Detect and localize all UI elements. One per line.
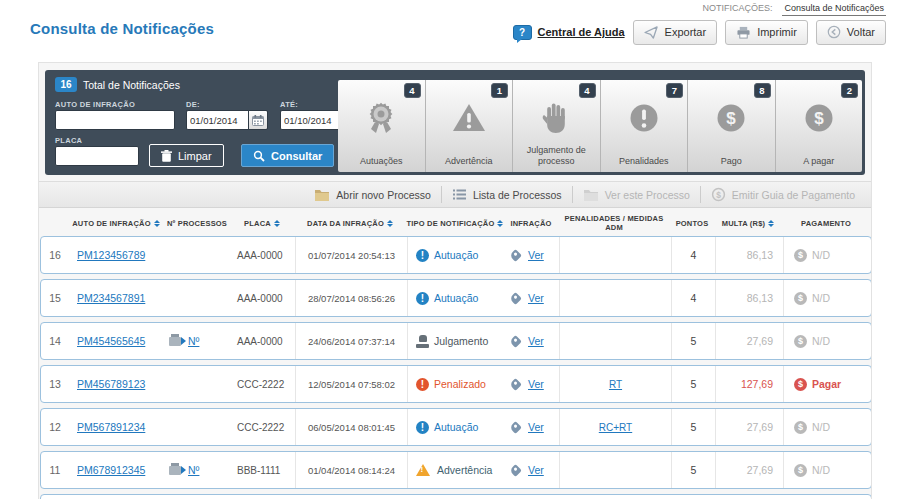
- tipo-status-icon: [416, 464, 430, 476]
- toolbar-item-label: Ver este Processo: [605, 189, 690, 201]
- table-row: 12 PM567891234 CCC-2222 06/05/2014 08:01…: [40, 408, 872, 446]
- total-count-badge: 16: [55, 77, 77, 92]
- penalidade-link[interactable]: RT: [609, 379, 622, 390]
- pagamento-cell: N/D: [783, 452, 871, 488]
- auto-infracao-link[interactable]: PM123456789: [77, 249, 145, 261]
- ver-infracao-link[interactable]: Ver: [528, 335, 544, 347]
- tag-icon: [509, 421, 522, 434]
- col-header-tipo[interactable]: TIPO DE NOTIFICAÇÃO: [406, 219, 504, 228]
- ver-infracao-link[interactable]: Ver: [528, 292, 544, 304]
- infracao-cell: Ver: [505, 452, 559, 488]
- toolbar-lista-de-processos[interactable]: Lista de Processos: [441, 186, 572, 203]
- auto-infracao-link[interactable]: PM456789123: [77, 378, 145, 390]
- toolbar-abrir-novo-processo[interactable]: Abrir novo Processo: [304, 186, 441, 203]
- tipo-notificacao-cell: Penalizado: [407, 366, 505, 402]
- date-to-input[interactable]: [280, 110, 342, 130]
- auto-infracao-link[interactable]: PM567891234: [77, 421, 145, 433]
- dollar-circle-icon: $: [714, 101, 748, 135]
- col-header-auto[interactable]: AUTO DE INFRAÇÃO: [68, 219, 164, 228]
- badge-icon: [363, 101, 399, 135]
- tipo-label: Autuação: [434, 292, 478, 304]
- status-card-advertencia[interactable]: 1 Advertência: [426, 80, 514, 172]
- toolbar-ver-este-processo: Ver este Processo: [572, 186, 700, 203]
- col-header-pontos: PONTOS: [670, 219, 714, 228]
- page-title: Consulta de Notificações: [30, 20, 214, 37]
- tag-icon: [509, 249, 522, 262]
- breadcrumb-section-label: NOTIFICAÇÕES:: [702, 3, 772, 13]
- status-card-pago[interactable]: 8 $ Pago: [688, 80, 776, 172]
- status-card-a-pagar[interactable]: 2 $ A pagar: [776, 80, 863, 172]
- tag-icon: [509, 464, 522, 477]
- date-from-input[interactable]: [186, 110, 248, 130]
- column-header-label: TIPO DE NOTIFICAÇÃO: [407, 219, 495, 228]
- sort-icon: [497, 220, 503, 227]
- clear-button[interactable]: Limpar: [149, 144, 224, 167]
- auto-infracao-link[interactable]: PM454565645: [77, 335, 145, 347]
- status-card-julgamento[interactable]: 4 Julgamento de processo: [513, 80, 601, 172]
- row-number: 11: [41, 452, 69, 488]
- date-from-field: [186, 110, 268, 130]
- auto-infracao-input[interactable]: [55, 110, 175, 130]
- status-cards: 4 Autuações 1 Advertência 4 Julgamento d…: [338, 80, 862, 172]
- processo-link[interactable]: Nº: [188, 335, 199, 347]
- table-row: 13 PM456789123 CCC-2222 12/05/2014 07:58…: [40, 365, 872, 403]
- penalidades-cell: [559, 452, 671, 488]
- clear-label: Limpar: [178, 150, 212, 162]
- placa-cell: AAA-0000: [231, 323, 295, 359]
- auto-infracao-label: AUTO DE INFRAÇÃO: [55, 100, 135, 109]
- back-button[interactable]: Voltar: [816, 20, 886, 45]
- svg-text:$: $: [814, 109, 824, 128]
- toolbar-item-label: Emitir Guia de Pagamento: [732, 189, 855, 201]
- page: NOTIFICAÇÕES: Consulta de Notificações C…: [0, 0, 900, 499]
- export-button[interactable]: Exportar: [633, 20, 718, 45]
- pontos-cell: 5: [671, 323, 715, 359]
- processo-cell: [165, 409, 231, 445]
- ver-infracao-link[interactable]: Ver: [528, 421, 544, 433]
- tipo-label: Julgamento: [434, 335, 488, 347]
- back-label: Voltar: [847, 26, 875, 38]
- status-card-autuacoes[interactable]: 4 Autuações: [338, 80, 426, 172]
- date-from-label: DE:: [186, 100, 200, 109]
- warning-triangle-icon: [451, 102, 487, 134]
- payment-status-icon: [794, 378, 807, 391]
- auto-infracao-cell: PM567891234: [69, 409, 165, 445]
- table-row: 11 PM678912345 Nº BBB-1111 01/04/2014 08…: [40, 451, 872, 489]
- col-header-data[interactable]: DATA DA INFRAÇÃO: [294, 219, 406, 228]
- infracao-cell: Ver: [505, 366, 559, 402]
- table-row: 15 PM234567891 AAA-0000 28/07/2014 08:56…: [40, 279, 872, 317]
- column-header-label: AUTO DE INFRAÇÃO: [72, 219, 150, 228]
- date-to-label: ATÉ:: [280, 100, 298, 109]
- placa-input[interactable]: [55, 146, 139, 166]
- pagamento-cell: N/D: [783, 237, 871, 273]
- search-label: Consultar: [271, 150, 322, 162]
- breadcrumb-current-link[interactable]: Consulta de Notificações: [782, 3, 886, 16]
- auto-infracao-cell: PM456789123: [69, 366, 165, 402]
- pagamento-cell[interactable]: Pagar: [783, 366, 871, 402]
- col-header-placa[interactable]: PLACA: [230, 219, 294, 228]
- ver-infracao-link[interactable]: Ver: [528, 249, 544, 261]
- status-count-badge: 2: [841, 83, 858, 98]
- multa-cell: 127,69: [715, 366, 783, 402]
- col-header-multa[interactable]: MULTA (R$): [714, 219, 782, 228]
- status-card-penalidades[interactable]: 7 Penalidades: [601, 80, 689, 172]
- column-header-label: Nº PROCESSOS: [167, 219, 227, 228]
- penalidade-link[interactable]: RC+RT: [599, 422, 632, 433]
- calendar-from-button[interactable]: [248, 110, 268, 130]
- auto-infracao-link[interactable]: PM678912345: [77, 464, 145, 476]
- breadcrumb: NOTIFICAÇÕES: Consulta de Notificações: [702, 3, 886, 16]
- svg-text:$: $: [727, 109, 737, 128]
- ver-infracao-link[interactable]: Ver: [528, 378, 544, 390]
- print-button[interactable]: Imprimir: [725, 20, 808, 45]
- processo-cell: [165, 280, 231, 316]
- status-card-label: Autuações: [340, 156, 423, 166]
- processo-cell: [165, 366, 231, 402]
- infracao-cell: Ver: [505, 280, 559, 316]
- help-link[interactable]: ? Central de Ajuda: [513, 25, 625, 40]
- search-button[interactable]: Consultar: [241, 144, 334, 167]
- auto-infracao-link[interactable]: PM234567891: [77, 292, 145, 304]
- placa-cell: AAA-0000: [231, 237, 295, 273]
- processo-link[interactable]: Nº: [188, 464, 199, 476]
- help-label: Central de Ajuda: [538, 26, 625, 38]
- ver-infracao-link[interactable]: Ver: [528, 464, 544, 476]
- tag-icon: [509, 292, 522, 305]
